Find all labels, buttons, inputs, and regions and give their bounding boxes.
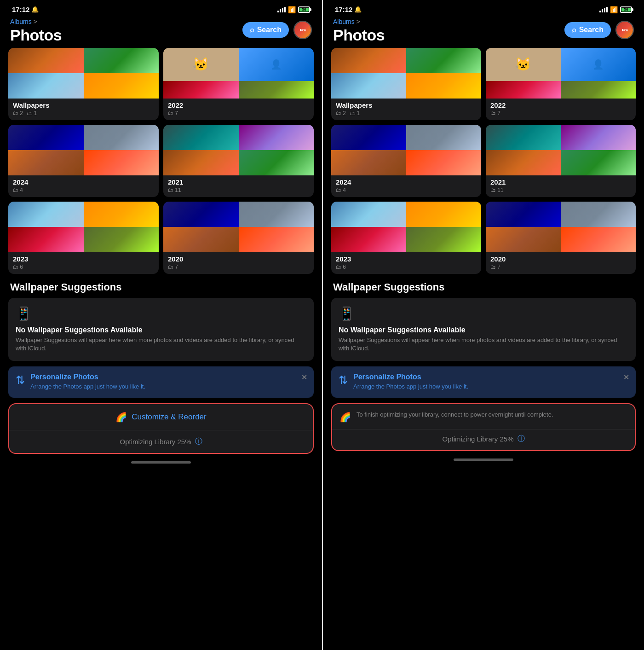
album-photo (163, 227, 239, 252)
mute-icon-right: 🔔 (354, 6, 362, 13)
album-card-2024-left[interactable]: 2024 🗂 4 (8, 125, 159, 197)
album-photo (163, 125, 239, 150)
album-photo (239, 125, 314, 150)
album-photo (406, 227, 481, 252)
optimize-info-icon-right[interactable]: ⓘ (518, 434, 525, 444)
album-photo (486, 227, 561, 252)
breadcrumb-right: Albums > (333, 18, 385, 25)
optimize-message-row: 🌈 To finish optimizing your library, con… (332, 404, 635, 429)
home-indicator-right (454, 458, 513, 461)
close-button-right[interactable]: ✕ (623, 373, 629, 382)
personalize-desc-left: Arrange the Photos app just how you like… (30, 383, 306, 391)
personalize-banner-right: ⇅ Personalize Photos Arrange the Photos … (331, 366, 636, 397)
album-photo: 🐱 (486, 48, 561, 81)
wallpaper-card-right: 📱 No Wallpaper Suggestions Available Wal… (331, 298, 636, 361)
album-card-2022-left[interactable]: 🐱 👤 2022 🗂 7 (163, 48, 314, 120)
album-photo (331, 227, 406, 252)
search-button-right[interactable]: ⌕ Search (564, 22, 611, 38)
album-grid-right: Wallpapers 🗂 2 🗃 1 🐱 👤 2022 🗂 7 (331, 48, 636, 274)
optimize-row-left: Optimizing Library 25% ⓘ (9, 430, 313, 453)
album-card-2020-right[interactable]: 2020 🗂 7 (486, 202, 636, 274)
personalize-title-right: Personalize Photos (353, 373, 628, 381)
avatar-right[interactable]: IROn (615, 21, 634, 39)
phone-icon-left: 📱 (16, 306, 32, 321)
album-photo (84, 227, 159, 252)
album-photo (331, 125, 406, 150)
album-card-2023-right[interactable]: 2023 🗂 6 (331, 202, 481, 274)
page-title-right: Photos (333, 26, 385, 44)
album-photo (331, 202, 406, 227)
rainbow-icon-left: 🌈 (115, 412, 127, 423)
album-card-wallpapers-left[interactable]: Wallpapers 🗂 2 🗃 1 (8, 48, 159, 120)
album-card-2021-left[interactable]: 2021 🗂 11 (163, 125, 314, 197)
customize-reorder-button-left[interactable]: 🌈 Customize & Reorder (9, 404, 313, 430)
bottom-area-left: 🌈 Customize & Reorder Optimizing Library… (8, 403, 314, 454)
signal-icon (277, 7, 286, 12)
left-phone: 17:12 🔔 📶 56 Albums > Photos (0, 0, 322, 650)
status-icons-left: 📶 56 (277, 6, 310, 13)
album-photo (8, 48, 84, 73)
right-phone: 17:12 🔔 📶 56 Albums > Photos (322, 0, 644, 650)
album-photo (8, 73, 84, 99)
album-photo (486, 81, 561, 99)
status-icons-right: 📶 56 (599, 6, 632, 13)
search-icon-left: ⌕ (250, 26, 254, 34)
album-photo (406, 202, 481, 227)
personalize-title-left: Personalize Photos (30, 373, 306, 381)
wallpaper-desc-left: Wallpaper Suggestions will appear here w… (16, 336, 306, 353)
album-photo (8, 227, 84, 252)
album-photo (486, 150, 561, 175)
album-photo: 👤 (561, 48, 636, 81)
wifi-icon: 📶 (288, 6, 296, 13)
album-photo (239, 227, 314, 252)
battery-icon-right: 56 (620, 6, 632, 13)
status-bar-right: 17:12 🔔 📶 56 (331, 0, 636, 16)
personalize-desc-right: Arrange the Photos app just how you like… (353, 383, 628, 391)
album-grid-left: Wallpapers 🗂 2 🗃 1 🐱 👤 2022 🗂 7 (8, 48, 314, 274)
album-photo (84, 150, 159, 175)
album-photo (406, 48, 481, 73)
page-title-left: Photos (10, 26, 62, 44)
wallpaper-card-left: 📱 No Wallpaper Suggestions Available Wal… (8, 298, 314, 361)
album-card-wallpapers-right[interactable]: Wallpapers 🗂 2 🗃 1 (331, 48, 481, 120)
album-photo (406, 73, 481, 99)
photos-icon-right: 🌈 (339, 412, 351, 423)
personalize-icon-right: ⇅ (339, 374, 348, 387)
optimize-info-icon-left[interactable]: ⓘ (195, 437, 202, 447)
album-photo (561, 150, 636, 175)
status-time-right: 17:12 🔔 (335, 6, 362, 13)
album-photo (163, 81, 239, 99)
album-photo (8, 150, 84, 175)
album-card-2024-right[interactable]: 2024 🗂 4 (331, 125, 481, 197)
wallpaper-title-left: No Wallpaper Suggestions Available (16, 326, 143, 334)
wallpaper-section-title-left: Wallpaper Suggestions (10, 281, 312, 293)
mute-icon: 🔔 (31, 6, 39, 13)
optimize-bottom-row-right: Optimizing Library 25% ⓘ (332, 429, 635, 450)
album-photo (561, 125, 636, 150)
album-photo: 🐱 (163, 48, 239, 81)
close-button-left[interactable]: ✕ (301, 373, 307, 382)
album-photo (561, 227, 636, 252)
phone-icon-right: 📱 (339, 306, 355, 321)
header-actions-left: ⌕ Search IROn (242, 21, 312, 39)
header-actions-right: ⌕ Search IROn (564, 21, 634, 39)
customize-label-left: Customize & Reorder (132, 412, 207, 422)
optimize-message-text: To finish optimizing your library, conne… (356, 411, 627, 419)
album-photo (331, 73, 406, 99)
avatar-left[interactable]: IROn (293, 21, 312, 39)
album-card-2021-right[interactable]: 2021 🗂 11 (486, 125, 636, 197)
album-photo (239, 202, 314, 227)
album-card-2020-left[interactable]: 2020 🗂 7 (163, 202, 314, 274)
album-photo (239, 81, 314, 99)
search-button-left[interactable]: ⌕ Search (242, 22, 289, 38)
album-photo (239, 150, 314, 175)
album-card-2023-left[interactable]: 2023 🗂 6 (8, 202, 159, 274)
album-photo (84, 125, 159, 150)
album-photo (163, 202, 239, 227)
album-photo (406, 125, 481, 150)
album-card-2022-right[interactable]: 🐱 👤 2022 🗂 7 (486, 48, 636, 120)
album-photo (406, 150, 481, 175)
bottom-area-right: 🌈 To finish optimizing your library, con… (331, 403, 636, 451)
search-icon-right: ⌕ (572, 26, 576, 34)
album-photo (486, 202, 561, 227)
